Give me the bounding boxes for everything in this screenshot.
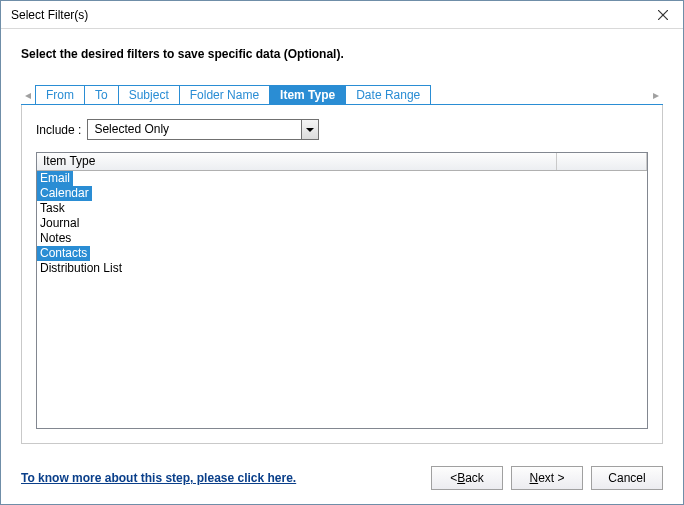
list-item[interactable]: Journal bbox=[37, 216, 82, 231]
include-label: Include : bbox=[36, 123, 81, 137]
list-item[interactable]: Calendar bbox=[37, 186, 92, 201]
tabs-container: From To Subject Folder Name Item Type Da… bbox=[35, 85, 430, 105]
column-header-item-type[interactable]: Item Type bbox=[37, 153, 557, 170]
close-button[interactable] bbox=[643, 1, 683, 29]
close-icon bbox=[658, 10, 668, 20]
list-item[interactable]: Email bbox=[37, 171, 73, 186]
dialog-footer: To know more about this step, please cli… bbox=[1, 454, 683, 504]
list-item[interactable]: Task bbox=[37, 201, 68, 216]
include-select[interactable]: Selected Only bbox=[87, 119, 319, 140]
tab-from[interactable]: From bbox=[35, 85, 85, 105]
select-filters-dialog: Select Filter(s) Select the desired filt… bbox=[0, 0, 684, 505]
tab-scroll-left-icon[interactable]: ◂ bbox=[21, 88, 35, 102]
tab-subject[interactable]: Subject bbox=[118, 85, 180, 105]
list-item[interactable]: Distribution List bbox=[37, 261, 125, 276]
help-link[interactable]: To know more about this step, please cli… bbox=[21, 471, 296, 485]
chevron-down-icon bbox=[301, 120, 318, 139]
column-header-empty[interactable] bbox=[557, 153, 647, 170]
list-item[interactable]: Notes bbox=[37, 231, 74, 246]
window-title: Select Filter(s) bbox=[11, 8, 88, 22]
include-row: Include : Selected Only bbox=[36, 119, 648, 140]
item-type-panel: Include : Selected Only Item Type Email … bbox=[21, 105, 663, 444]
tab-strip: ◂ From To Subject Folder Name Item Type … bbox=[21, 85, 663, 105]
instruction-text: Select the desired filters to save speci… bbox=[21, 47, 663, 61]
list-body[interactable]: Email Calendar Task Journal Notes Contac… bbox=[37, 171, 647, 428]
next-button[interactable]: Next > bbox=[511, 466, 583, 490]
back-button[interactable]: < Back bbox=[431, 466, 503, 490]
tab-scroll-right-icon[interactable]: ▸ bbox=[649, 88, 663, 102]
list-item[interactable]: Contacts bbox=[37, 246, 90, 261]
list-header: Item Type bbox=[37, 153, 647, 171]
dialog-content: Select the desired filters to save speci… bbox=[1, 29, 683, 454]
titlebar: Select Filter(s) bbox=[1, 1, 683, 29]
tab-item-type[interactable]: Item Type bbox=[269, 85, 346, 105]
cancel-button[interactable]: Cancel bbox=[591, 466, 663, 490]
tab-date-range[interactable]: Date Range bbox=[345, 85, 431, 105]
tab-folder-name[interactable]: Folder Name bbox=[179, 85, 270, 105]
item-type-list: Item Type Email Calendar Task Journal No… bbox=[36, 152, 648, 429]
include-select-value: Selected Only bbox=[87, 119, 319, 140]
tab-to[interactable]: To bbox=[84, 85, 119, 105]
